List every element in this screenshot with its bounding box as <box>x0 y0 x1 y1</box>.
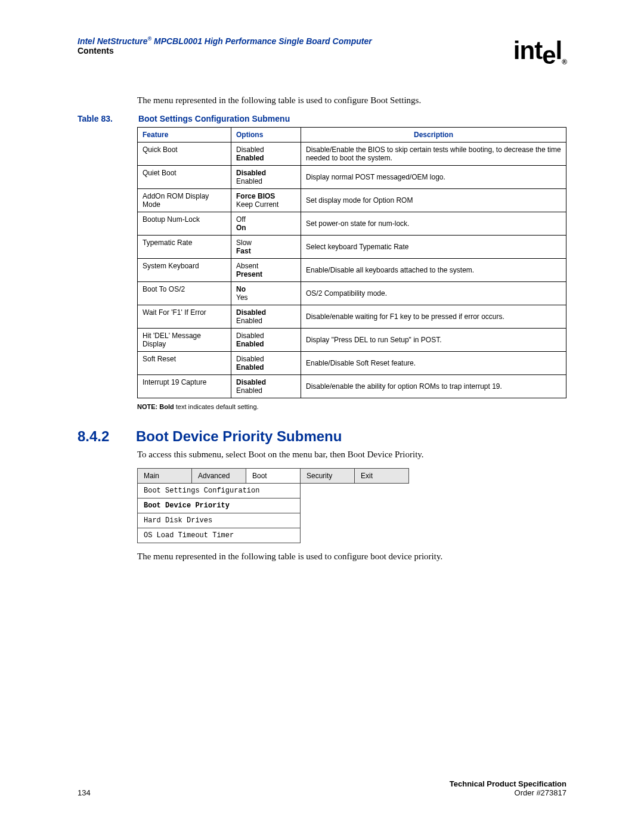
table-row: Typematic RateSlowFastSelect keyboard Ty… <box>138 236 566 259</box>
table-row: System KeyboardAbsentPresentEnable/Disab… <box>138 259 566 282</box>
note-rest: text indicates default setting. <box>174 403 259 410</box>
feature-cell: Quick Boot <box>138 143 231 166</box>
option-value: Disabled <box>236 355 296 363</box>
table-row: Quick BootDisabledEnabledDisable/Enable … <box>138 143 566 166</box>
section-intro: To access this submenu, select Boot on t… <box>137 450 566 460</box>
footer-order: Order #273817 <box>450 788 566 797</box>
table-row: Soft ResetDisabledEnabledEnable/Disable … <box>138 352 566 375</box>
note-bold: Bold <box>157 403 174 410</box>
col-feature: Feature <box>138 128 231 143</box>
col-options: Options <box>231 128 301 143</box>
description-cell: Enable/Disable Soft Reset feature. <box>301 352 566 375</box>
bios-tab: Advanced <box>192 469 246 484</box>
option-value: Absent <box>236 262 296 270</box>
option-value: Disabled <box>236 308 296 317</box>
feature-cell: AddOn ROM Display Mode <box>138 189 231 212</box>
section-heading: 8.4.2Boot Device Priority Submenu <box>78 428 566 445</box>
option-value: Enabled <box>236 177 296 185</box>
options-cell: SlowFast <box>231 236 301 259</box>
description-cell: OS/2 Compatibility mode. <box>301 282 566 305</box>
option-value: Enabled <box>236 363 296 371</box>
description-cell: Set display mode for Option ROM <box>301 189 566 212</box>
option-value: Keep Current <box>236 200 296 209</box>
options-cell: NoYes <box>231 282 301 305</box>
description-cell: Display normal POST messaged/OEM logo. <box>301 166 566 189</box>
options-cell: DisabledEnabled <box>231 305 301 329</box>
option-value: Enabled <box>236 386 296 395</box>
footer-spec: Technical Product Specification <box>450 779 566 788</box>
options-cell: DisabledEnabled <box>231 375 301 398</box>
col-description: Description <box>301 128 566 143</box>
option-value: Present <box>236 270 296 278</box>
option-value: Enabled <box>236 340 296 348</box>
option-value: Disabled <box>236 145 296 154</box>
option-value: Fast <box>236 247 296 255</box>
contents-label: Contents <box>78 46 114 55</box>
table-row: AddOn ROM Display ModeForce BIOSKeep Cur… <box>138 189 566 212</box>
bios-tab: Exit <box>355 469 409 484</box>
table-row: Boot To OS/2NoYesOS/2 Compatibility mode… <box>138 282 566 305</box>
feature-cell: Hit 'DEL' Message Display <box>138 329 231 352</box>
bios-menu-item: Hard Disk Drives <box>138 513 301 528</box>
feature-cell: System Keyboard <box>138 259 231 282</box>
table-note: NOTE: Bold text indicates default settin… <box>137 403 566 410</box>
option-value: On <box>236 224 296 232</box>
feature-cell: Quiet Boot <box>138 166 231 189</box>
intro-paragraph: The menu represented in the following ta… <box>137 95 566 106</box>
description-cell: Display "Press DEL to run Setup" in POST… <box>301 329 566 352</box>
bios-tab: Security <box>301 469 355 484</box>
bios-menu-diagram: MainAdvancedBootSecurityExit Boot Settin… <box>137 468 409 543</box>
description-cell: Disable/enable the ability for option RO… <box>301 375 566 398</box>
feature-cell: Bootup Num-Lock <box>138 212 231 236</box>
table-number: Table 83. <box>78 114 136 123</box>
note-prefix: NOTE: <box>137 403 157 410</box>
table-row: Bootup Num-LockOffOnSet power-on state f… <box>138 212 566 236</box>
title-pre: Intel NetStructure <box>78 36 147 46</box>
description-cell: Enable/Disable all keyboards attached to… <box>301 259 566 282</box>
options-cell: OffOn <box>231 212 301 236</box>
feature-cell: Interrupt 19 Capture <box>138 375 231 398</box>
options-cell: AbsentPresent <box>231 259 301 282</box>
option-value: Enabled <box>236 317 296 325</box>
section-title: Boot Device Priority Submenu <box>136 428 342 444</box>
option-value: Disabled <box>236 378 296 386</box>
table-row: Wait For 'F1' If ErrorDisabledEnabledDis… <box>138 305 566 329</box>
option-value: Force BIOS <box>236 192 296 200</box>
option-value: Enabled <box>236 154 296 162</box>
options-cell: DisabledEnabled <box>231 329 301 352</box>
feature-cell: Typematic Rate <box>138 236 231 259</box>
description-cell: Disable/enable waiting for F1 key to be … <box>301 305 566 329</box>
table-row: Interrupt 19 CaptureDisabledEnabledDisab… <box>138 375 566 398</box>
page-footer: 134 Technical Product Specification Orde… <box>78 779 566 797</box>
table-title: Boot Settings Configuration Submenu <box>138 114 290 123</box>
table-row: Quiet BootDisabledEnabledDisplay normal … <box>138 166 566 189</box>
table-caption: Table 83. Boot Settings Configuration Su… <box>78 114 566 123</box>
bios-tab: Main <box>138 469 192 484</box>
bios-menu-item: OS Load Timeout Timer <box>138 528 301 543</box>
description-cell: Select keyboard Typematic Rate <box>301 236 566 259</box>
feature-cell: Boot To OS/2 <box>138 282 231 305</box>
bios-menu-item: Boot Settings Configuration <box>138 484 301 498</box>
option-value: No <box>236 285 296 293</box>
title-post: MPCBL0001 High Performance Single Board … <box>151 36 372 46</box>
bios-tab: Boot <box>246 469 301 484</box>
description-cell: Set power-on state for num-lock. <box>301 212 566 236</box>
options-cell: DisabledEnabled <box>231 166 301 189</box>
option-value: Slow <box>236 239 296 247</box>
bios-menu-item: Boot Device Priority <box>138 498 301 513</box>
page: Intel NetStructure® MPCBL0001 High Perfo… <box>0 0 644 833</box>
options-cell: DisabledEnabled <box>231 352 301 375</box>
page-number: 134 <box>78 788 91 797</box>
feature-cell: Soft Reset <box>138 352 231 375</box>
header-text: Intel NetStructure® MPCBL0001 High Perfo… <box>78 36 513 55</box>
footer-right: Technical Product Specification Order #2… <box>450 779 566 797</box>
section-number: 8.4.2 <box>78 428 136 445</box>
boot-settings-table: Feature Options Description Quick BootDi… <box>137 127 566 398</box>
logo-reg: ® <box>562 58 566 66</box>
option-value: Disabled <box>236 332 296 340</box>
table-row: Hit 'DEL' Message DisplayDisabledEnabled… <box>138 329 566 352</box>
doc-title: Intel NetStructure® MPCBL0001 High Perfo… <box>78 36 372 46</box>
option-value: Yes <box>236 293 296 302</box>
feature-cell: Wait For 'F1' If Error <box>138 305 231 329</box>
intel-logo: intel® <box>513 36 566 66</box>
